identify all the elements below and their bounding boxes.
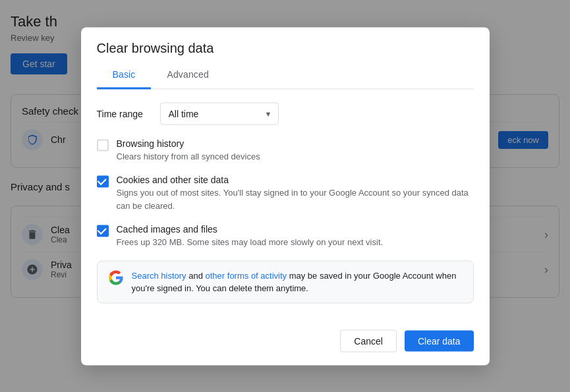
google-g-icon — [108, 269, 124, 285]
search-history-link[interactable]: Search history — [132, 270, 186, 280]
clear-browsing-dialog: Clear browsing data Basic Advanced Time … — [81, 27, 490, 365]
checkbox-cookies-wrapper[interactable] — [97, 176, 109, 188]
checkbox-cached-box[interactable] — [97, 225, 109, 237]
info-box: Search history and other forms of activi… — [97, 260, 474, 303]
time-range-select[interactable]: Last hour Last 24 hours Last 7 days Last… — [160, 102, 279, 125]
dialog-tabs: Basic Advanced — [97, 61, 474, 89]
dialog-title: Clear browsing data — [97, 40, 474, 55]
checkbox-browsing-history-box[interactable] — [97, 139, 109, 151]
cached-label: Cached images and files — [117, 224, 384, 235]
clear-data-button[interactable]: Clear data — [405, 330, 474, 351]
checkbox-cookies: Cookies and other site data Signs you ou… — [97, 175, 474, 212]
time-range-row: Time range Last hour Last 24 hours Last … — [97, 102, 474, 125]
dialog-body: Time range Last hour Last 24 hours Last … — [81, 89, 490, 322]
tab-advanced[interactable]: Advanced — [151, 61, 224, 89]
dialog-footer: Cancel Clear data — [81, 322, 490, 365]
checkbox-cached-images: Cached images and files Frees up 320 MB.… — [97, 224, 474, 249]
cookies-label: Cookies and other site data — [117, 175, 474, 185]
dialog-header: Clear browsing data — [81, 27, 490, 55]
checkbox-browsing-history-wrapper[interactable] — [97, 139, 109, 151]
checkbox-cookies-box[interactable] — [97, 176, 109, 188]
other-forms-link[interactable]: other forms of activity — [206, 270, 287, 280]
time-range-select-wrapper: Last hour Last 24 hours Last 7 days Last… — [160, 102, 279, 125]
browsing-history-label: Browsing history — [117, 138, 260, 148]
cookies-desc: Signs you out of most sites. You'll stay… — [117, 186, 474, 212]
browsing-history-desc: Clears history from all synced devices — [117, 150, 260, 163]
cancel-button[interactable]: Cancel — [340, 329, 397, 352]
info-text-and: and — [188, 270, 205, 280]
checkbox-cached-wrapper[interactable] — [97, 225, 109, 237]
tab-basic[interactable]: Basic — [97, 61, 152, 89]
time-range-label: Time range — [97, 108, 150, 119]
info-box-text: Search history and other forms of activi… — [132, 269, 463, 294]
checkbox-browsing-history: Browsing history Clears history from all… — [97, 138, 474, 163]
cached-desc: Frees up 320 MB. Some sites may load mor… — [117, 236, 384, 249]
